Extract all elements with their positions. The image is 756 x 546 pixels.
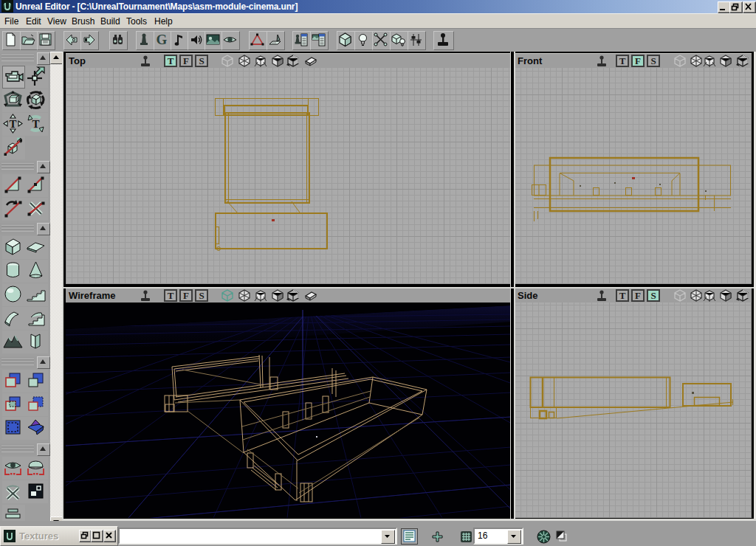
svg-text:G: G [157, 32, 168, 47]
svg-text:T: T [32, 118, 39, 130]
svg-text:T: T [9, 118, 16, 130]
